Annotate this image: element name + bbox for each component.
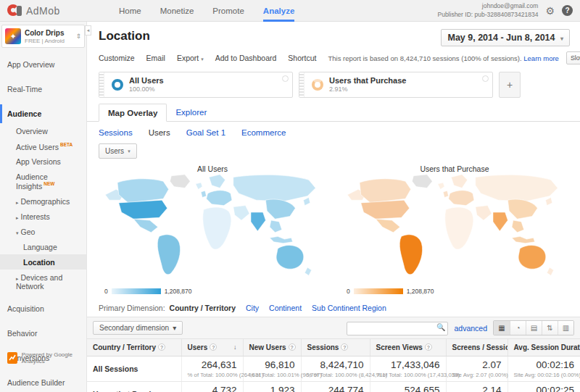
- customize-button[interactable]: Customize: [99, 54, 135, 62]
- publisher-id: Publisher ID: pub-328840873421834: [437, 11, 538, 19]
- cell-avg-session-duration: 00:02:25 Site Avg: 00:02:16 (6.70%): [508, 381, 580, 392]
- help-tooltip-icon[interactable]: ?: [425, 343, 432, 351]
- settings-gear-icon[interactable]: ⚙: [545, 5, 555, 17]
- learn-more-link[interactable]: Learn more: [523, 54, 559, 62]
- top-app-bar: AdMob Home Monetize Promote Analyze john…: [0, 0, 580, 22]
- beta-badge: BETA: [60, 142, 72, 147]
- tab-users[interactable]: Users: [149, 128, 170, 137]
- col-screens-session[interactable]: Screens / Session?: [446, 339, 508, 356]
- sidebar-item-devices-network[interactable]: ▸Devices and Network: [0, 270, 86, 293]
- sidebar-item-interests[interactable]: ▸Interests: [0, 209, 86, 224]
- table-view-icon[interactable]: ▦: [494, 321, 510, 335]
- nav-home[interactable]: Home: [119, 0, 141, 22]
- secondary-dimension-dropdown[interactable]: Secondary dimension ▾: [93, 321, 183, 335]
- sidebar-item-demographics[interactable]: ▸Demographics: [0, 193, 86, 209]
- new-badge: NEW: [44, 181, 54, 186]
- email-button[interactable]: Email: [146, 54, 165, 62]
- nav-monetize[interactable]: Monetize: [160, 0, 194, 22]
- col-users[interactable]: Users? ↓: [181, 339, 243, 356]
- sidebar-item-audience[interactable]: Audience: [0, 104, 86, 123]
- precision-dropdown[interactable]: Slower response, greater precision ▾: [566, 51, 580, 64]
- sidebar-collapse-button[interactable]: ◂: [85, 25, 91, 36]
- dimension-city[interactable]: City: [246, 304, 259, 312]
- account-info: johndoe@gmail.com Publisher ID: pub-3288…: [437, 2, 538, 18]
- help-icon[interactable]: ?: [562, 5, 573, 16]
- help-tooltip-icon[interactable]: ?: [158, 343, 165, 351]
- sidebar-item-app-overview[interactable]: App Overview: [0, 55, 86, 74]
- chevron-down-icon: ▾: [16, 230, 19, 235]
- cell-new-users: 96,810 % of Total: 100.01% (96,797): [243, 356, 301, 382]
- main-content: Location May 9, 2014 - Jun 8, 2014 ▾ Cus…: [87, 22, 580, 392]
- app-stepper-icon[interactable]: ⇕: [75, 33, 81, 40]
- percentage-view-icon[interactable]: ◔: [510, 321, 526, 335]
- tab-map-overlay[interactable]: Map Overlay: [99, 104, 167, 122]
- cell-avg-session-duration: 00:02:16 Site Avg: 00:02:16 (0.00%): [508, 356, 580, 382]
- drag-handle[interactable]: [299, 72, 304, 97]
- shortcut-button[interactable]: Shortcut: [288, 54, 316, 62]
- performance-view-icon[interactable]: ▤: [526, 321, 542, 335]
- metric-dropdown[interactable]: Users ▾: [99, 143, 137, 159]
- col-avg-session-duration[interactable]: Avg. Session Duration?: [508, 339, 580, 356]
- segment-options-icon[interactable]: [482, 75, 489, 82]
- sidebar-item-active-users[interactable]: Active UsersBETA: [0, 138, 86, 154]
- tab-ecommerce[interactable]: Ecommerce: [241, 128, 286, 137]
- dimension-country-territory[interactable]: Country / Territory: [170, 304, 236, 312]
- col-country-territory[interactable]: Country / Territory?: [87, 339, 181, 356]
- sidebar-item-audience-builder[interactable]: Audience Builder: [0, 373, 86, 392]
- sidebar-item-behavior[interactable]: Behavior: [0, 324, 86, 343]
- help-tooltip-icon[interactable]: ?: [289, 343, 296, 351]
- legend-max: 1,208,870: [407, 288, 434, 295]
- chevron-right-icon: ▸: [16, 200, 19, 205]
- tab-goal-set-1[interactable]: Goal Set 1: [186, 128, 225, 137]
- add-segment-button[interactable]: +: [499, 72, 521, 98]
- drag-handle[interactable]: [99, 72, 104, 97]
- help-tooltip-icon[interactable]: ?: [341, 343, 348, 351]
- sort-descending-icon[interactable]: ↓: [233, 343, 237, 351]
- date-range-picker[interactable]: May 9, 2014 - Jun 8, 2014 ▾: [441, 29, 570, 46]
- sidebar-item-audience-insights[interactable]: Audience InsightsNEW: [0, 170, 86, 194]
- sidebar-item-geo[interactable]: ▾Geo: [0, 224, 86, 239]
- nav-analyze[interactable]: Analyze: [263, 0, 294, 22]
- sidebar-item-location[interactable]: Location: [0, 254, 86, 270]
- map-overlay-panel: All Users: [87, 160, 580, 299]
- export-button[interactable]: Export ▾: [177, 54, 204, 62]
- search-input[interactable]: [347, 322, 448, 335]
- sidebar-item-overview[interactable]: Overview: [0, 123, 86, 138]
- search-icon[interactable]: 🔍: [436, 323, 445, 331]
- sidebar-item-app-versions[interactable]: App Versions: [0, 154, 86, 170]
- world-map-all-users[interactable]: [93, 173, 332, 288]
- tab-sessions[interactable]: Sessions: [99, 128, 133, 137]
- col-new-users[interactable]: New Users?: [243, 339, 301, 356]
- map-users-that-purchase-block: Users that Purchase: [334, 162, 576, 299]
- account-email: johndoe@gmail.com: [437, 2, 538, 10]
- pivot-view-icon[interactable]: ▥: [558, 321, 573, 335]
- tab-explorer[interactable]: Explorer: [167, 104, 215, 121]
- segment-options-icon[interactable]: [282, 75, 289, 82]
- map-legend: 0 1,208,870: [347, 288, 576, 295]
- advanced-filter-link[interactable]: advanced: [454, 324, 487, 333]
- cell-sessions: 8,424,710 % of Total: 100.00% (8,424,711…: [301, 356, 370, 382]
- sidebar-item-language[interactable]: Language: [0, 239, 86, 254]
- world-map-users-that-purchase[interactable]: [335, 173, 574, 288]
- explorer-tabs: Map Overlay Explorer: [87, 104, 580, 122]
- cell-screen-views: 524,655 % of Total: 3.01% (17,433,039): [370, 381, 446, 392]
- admob-logo-icon: [7, 4, 22, 18]
- sidebar-item-real-time[interactable]: Real-Time: [0, 80, 86, 99]
- app-selector[interactable]: ✦ Color Drips FREE | Android ⇕ ◂: [1, 25, 85, 48]
- cell-screen-views: 17,433,046 % of Total: 100.00% (17,433,0…: [370, 356, 446, 382]
- dimension-sub-continent-region[interactable]: Sub Continent Region: [312, 304, 386, 312]
- nav-promote[interactable]: Promote: [212, 0, 244, 22]
- help-tooltip-icon[interactable]: ?: [210, 343, 217, 351]
- col-sessions[interactable]: Sessions?: [301, 339, 370, 356]
- add-to-dashboard-button[interactable]: Add to Dashboard: [215, 54, 277, 62]
- sidebar-item-acquisition[interactable]: Acquisition: [0, 299, 86, 318]
- legend-min: 0: [104, 288, 108, 295]
- col-screen-views[interactable]: Screen Views?: [370, 339, 446, 356]
- segment-all-users[interactable]: All Users 100.00%: [99, 72, 293, 98]
- comparison-view-icon[interactable]: ⇅: [542, 321, 558, 335]
- primary-dimension-label: Primary Dimension:: [99, 304, 165, 312]
- segment-users-that-purchase[interactable]: Users that Purchase 2.91%: [299, 72, 493, 98]
- cell-sessions: 244,774 % of Total: 2.91% (8,424,711): [301, 381, 370, 392]
- sidebar: ✦ Color Drips FREE | Android ⇕ ◂ App Ove…: [0, 22, 87, 392]
- dimension-continent[interactable]: Continent: [269, 304, 302, 312]
